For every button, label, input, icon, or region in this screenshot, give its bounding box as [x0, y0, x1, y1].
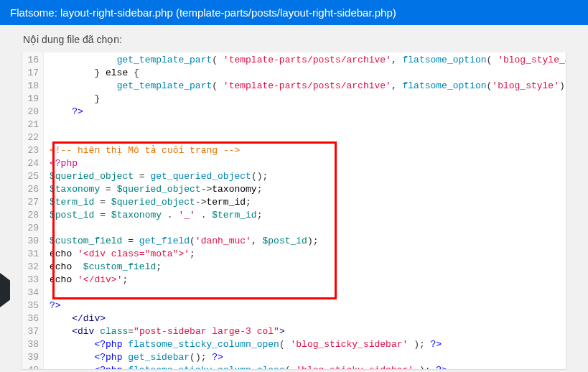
line-number: 30	[25, 235, 39, 248]
line-number: 34	[25, 287, 39, 299]
line-number: 39	[25, 351, 39, 364]
line-number: 19	[25, 93, 39, 106]
line-number: 23	[25, 144, 39, 157]
file-content-label: Nội dung file đã chọn:	[0, 25, 588, 52]
code-line[interactable]: $taxonomy = $queried_object->taxonomy;	[50, 183, 566, 196]
code-line[interactable]: ?>	[50, 106, 566, 118]
code-line[interactable]: }	[50, 93, 566, 106]
code-body[interactable]: get_template_part( 'template-parts/posts…	[44, 52, 566, 370]
line-number-gutter: 1617181920212223242526272829303132333435…	[22, 52, 44, 370]
line-number: 25	[25, 170, 39, 183]
code-line[interactable]: <?php get_sidebar(); ?>	[50, 351, 566, 364]
line-number: 40	[25, 364, 39, 370]
line-number: 33	[25, 274, 39, 287]
line-number: 37	[25, 325, 39, 338]
code-line[interactable]: <?php	[50, 157, 566, 170]
code-line[interactable]	[50, 287, 566, 299]
code-line[interactable]: $queried_object = get_queried_object();	[50, 170, 566, 183]
line-number: 20	[25, 106, 39, 118]
line-number: 29	[25, 222, 39, 235]
code-line[interactable]: $term_id = $queried_object->term_id;	[50, 196, 566, 209]
code-line[interactable]: <!-- hiên thị Mô tả cuối trang -->	[50, 144, 566, 157]
line-number: 26	[25, 183, 39, 196]
line-number: 38	[25, 338, 39, 351]
wp-collapse-tab[interactable]	[0, 273, 10, 307]
line-number: 21	[25, 118, 39, 131]
line-number: 28	[25, 209, 39, 222]
line-number: 22	[25, 131, 39, 144]
line-number: 16	[25, 54, 39, 67]
code-editor[interactable]: 1617181920212223242526272829303132333435…	[22, 52, 566, 370]
code-line[interactable]: <?php flatsome_sticky_column_open( 'blog…	[50, 338, 566, 351]
line-number: 18	[25, 80, 39, 93]
code-line[interactable]: </div>	[50, 312, 566, 325]
code-line[interactable]: $custom_field = get_field('danh_muc', $p…	[50, 235, 566, 248]
file-title: Flatsome: layout-right-sidebar.php (temp…	[10, 6, 396, 19]
line-number: 27	[25, 196, 39, 209]
code-line[interactable]	[50, 131, 566, 144]
line-number: 32	[25, 261, 39, 274]
code-line[interactable]	[50, 222, 566, 235]
code-line[interactable]: echo '</div>';	[50, 274, 566, 287]
code-line[interactable]: <div class="post-sidebar large-3 col">	[50, 325, 566, 338]
code-line[interactable]: echo '<div class="mota">';	[50, 248, 566, 261]
code-line[interactable]: get_template_part( 'template-parts/posts…	[50, 80, 566, 93]
code-line[interactable]: <?php flatsome_sticky_column_close( 'blo…	[50, 364, 566, 370]
line-number: 36	[25, 312, 39, 325]
code-line[interactable]	[50, 118, 566, 131]
line-number: 24	[25, 157, 39, 170]
file-header: Flatsome: layout-right-sidebar.php (temp…	[0, 0, 588, 25]
code-line[interactable]: ?>	[50, 299, 566, 312]
code-line[interactable]: } else {	[50, 67, 566, 80]
code-line[interactable]: $post_id = $taxonomy . '_' . $term_id;	[50, 209, 566, 222]
code-line[interactable]: get_template_part( 'template-parts/posts…	[50, 54, 566, 67]
line-number: 35	[25, 299, 39, 312]
code-line[interactable]: echo $custom_field;	[50, 261, 566, 274]
line-number: 17	[25, 67, 39, 80]
line-number: 31	[25, 248, 39, 261]
